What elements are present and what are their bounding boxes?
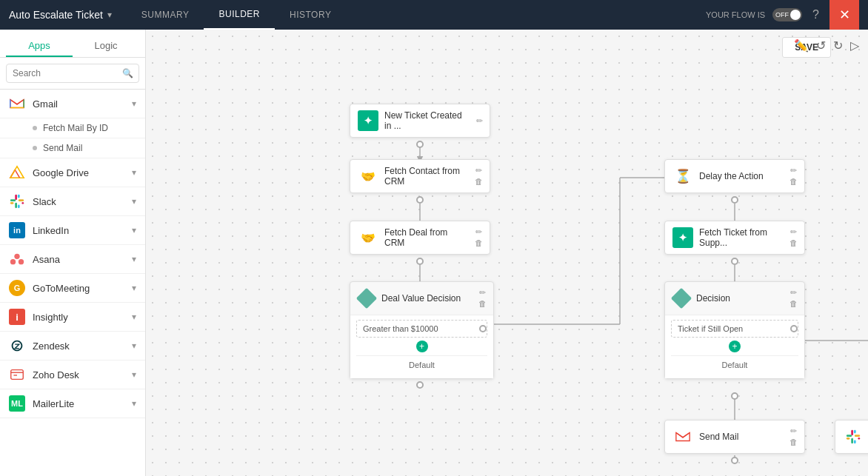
tab-history[interactable]: HISTORY xyxy=(275,0,346,30)
node-delete-btn[interactable]: 🗑 xyxy=(789,177,798,187)
connector-fetch-ticket-bottom xyxy=(731,258,738,265)
node-actions: ✏ 🗑 xyxy=(789,166,798,187)
ticket-condition-connector xyxy=(790,325,798,332)
sidebar-tab-logic[interactable]: Logic xyxy=(73,36,139,57)
sidebar-item-fetch-mail[interactable]: Fetch Mail By ID xyxy=(0,118,145,138)
sidebar-item-asana[interactable]: Asana ▾ xyxy=(0,245,145,274)
node-delete-btn[interactable]: 🗑 xyxy=(478,299,487,309)
node-actions: ✏ 🗑 xyxy=(474,227,484,248)
tab-summary[interactable]: SUMMARY xyxy=(127,0,204,30)
redo-icon[interactable]: ↻ xyxy=(832,37,844,54)
node-fetch-contact[interactable]: 🤝 Fetch Contact from CRM ✏ 🗑 xyxy=(350,159,490,193)
svg-rect-38 xyxy=(851,438,853,443)
crm2-icon: 🤝 xyxy=(358,227,378,248)
crm-icon: 🤝 xyxy=(358,166,378,187)
diamond-shape xyxy=(356,288,377,309)
tab-builder[interactable]: BUILDER xyxy=(204,0,275,30)
sidebar-item-linkedin[interactable]: in LinkedIn ▾ xyxy=(0,216,145,245)
node-edit-btn[interactable]: ✏ xyxy=(474,166,484,175)
svg-rect-40 xyxy=(855,435,860,437)
node-delete-btn[interactable]: 🗑 xyxy=(789,238,798,248)
diamond-shape2 xyxy=(671,288,692,309)
linkedin-icon: in xyxy=(9,222,25,238)
gmail-icon xyxy=(9,95,25,112)
zendesk-icon xyxy=(9,338,25,354)
node-delay[interactable]: ⏳ Delay the Action ✏ 🗑 xyxy=(664,159,805,193)
node-actions: ✏ xyxy=(475,116,484,126)
sidebar-item-google-drive[interactable]: Google Drive ▾ xyxy=(0,158,145,187)
ticket-condition[interactable]: Ticket if Still Open xyxy=(671,320,798,338)
node-actions: ✏ 🗑 xyxy=(474,166,484,187)
zoho-icon xyxy=(9,366,25,383)
edit-icon[interactable]: ✏️ xyxy=(792,37,810,54)
node-decision[interactable]: Decision ✏ 🗑 Ticket if Still Open + Defa… xyxy=(664,281,805,379)
help-button[interactable]: ? xyxy=(809,5,822,24)
node-edit-btn[interactable]: ✏ xyxy=(475,116,484,126)
header-tabs: SUMMARY BUILDER HISTORY xyxy=(127,0,706,30)
svg-rect-10 xyxy=(10,202,14,204)
svg-rect-18 xyxy=(11,370,24,380)
sidebar-item-zendesk[interactable]: Zendesk ▾ xyxy=(0,332,145,361)
node-edit-btn[interactable]: ✏ xyxy=(474,227,484,237)
node-delete-btn[interactable]: 🗑 xyxy=(789,438,798,447)
node-delete-btn[interactable]: 🗑 xyxy=(789,299,798,309)
freshdesk-icon: ✦ xyxy=(358,110,378,131)
slack2-icon xyxy=(843,426,864,447)
sidebar-item-gmail[interactable]: Gmail ▾ xyxy=(0,90,145,118)
node-fetch-deal[interactable]: 🤝 Fetch Deal from CRM ✏ 🗑 xyxy=(350,221,490,255)
node-edit-btn[interactable]: ✏ xyxy=(789,288,798,298)
search-input[interactable] xyxy=(6,64,139,83)
add-condition-btn2[interactable]: + xyxy=(729,341,741,352)
node-delay-title: Delay the Action xyxy=(699,171,783,181)
close-button[interactable]: ✕ xyxy=(829,0,859,30)
sidebar-item-mailerlite[interactable]: ML MailerLite ▾ xyxy=(0,389,145,418)
main-content: Apps Logic 🔍 Gmail ▾ Fetch Mail By ID xyxy=(0,30,868,476)
search-wrap: 🔍 xyxy=(6,64,139,83)
header: Auto Escalate Ticket ▾ SUMMARY BUILDER H… xyxy=(0,0,868,30)
node-deal-decision[interactable]: Deal Value Decision ✏ 🗑 Greater than $10… xyxy=(350,281,494,379)
svg-rect-36 xyxy=(847,435,852,437)
condition-connector xyxy=(479,325,487,332)
zendesk-chevron: ▾ xyxy=(132,341,136,351)
sidebar-tab-apps[interactable]: Apps xyxy=(6,36,73,57)
node-new-ticket[interactable]: ✦ New Ticket Created in ... ✏ xyxy=(350,104,490,138)
flow-status-label: YOUR FLOW IS xyxy=(706,10,765,19)
play-icon[interactable]: ▷ xyxy=(849,37,861,54)
sidebar-item-zoho[interactable]: Zoho Desk ▾ xyxy=(0,361,145,389)
node-delete-btn[interactable]: 🗑 xyxy=(474,238,484,248)
zoho-chevron: ▾ xyxy=(132,369,136,380)
gotomeeting-label: GoToMeeting xyxy=(33,283,132,294)
slack-label: Slack xyxy=(33,196,132,207)
node-edit-btn[interactable]: ✏ xyxy=(789,227,798,237)
deal-condition-text: Greater than $10000 xyxy=(363,324,438,333)
insightly-label: Insightly xyxy=(33,312,132,323)
fetch-mail-label: Fetch Mail By ID xyxy=(43,123,108,133)
node-actions: ✏ 🗑 xyxy=(789,426,798,447)
svg-rect-14 xyxy=(21,202,24,204)
add-condition-btn[interactable]: + xyxy=(416,341,428,352)
svg-rect-37 xyxy=(847,438,850,440)
sidebar-item-send-mail[interactable]: Send Mail xyxy=(0,138,145,158)
undo-icon[interactable]: ↺ xyxy=(815,37,827,54)
node-send-channel[interactable]: Send Channel Message ✏ 🗑 xyxy=(835,420,868,454)
flow-toggle[interactable]: OFF xyxy=(772,8,802,21)
search-icon: 🔍 xyxy=(122,68,133,78)
node-edit-btn[interactable]: ✏ xyxy=(789,426,798,436)
linkedin-chevron: ▾ xyxy=(132,225,136,235)
diamond-icon2 xyxy=(672,289,690,307)
svg-rect-7 xyxy=(15,195,17,200)
sidebar-item-gotomeeting[interactable]: G GoToMeeting ▾ xyxy=(0,274,145,303)
sidebar-item-insightly[interactable]: i Insightly ▾ xyxy=(0,303,145,332)
node-fetch-ticket[interactable]: ✦ Fetch Ticket from Supp... ✏ 🗑 xyxy=(664,221,805,255)
node-edit-btn[interactable]: ✏ xyxy=(478,288,487,298)
deal-condition[interactable]: Greater than $10000 xyxy=(356,320,487,338)
sidebar-item-slack[interactable]: Slack ▾ xyxy=(0,187,145,216)
toggle-knob xyxy=(790,10,801,20)
svg-rect-33 xyxy=(675,429,691,445)
node-delete-btn[interactable]: 🗑 xyxy=(474,177,484,187)
header-right: YOUR FLOW IS OFF ? ✕ xyxy=(706,0,868,30)
node-send-mail[interactable]: Send Mail ✏ 🗑 xyxy=(664,420,805,454)
gotomeeting-chevron: ▾ xyxy=(132,283,136,293)
google-drive-label: Google Drive xyxy=(33,167,132,178)
node-edit-btn[interactable]: ✏ xyxy=(789,166,798,175)
